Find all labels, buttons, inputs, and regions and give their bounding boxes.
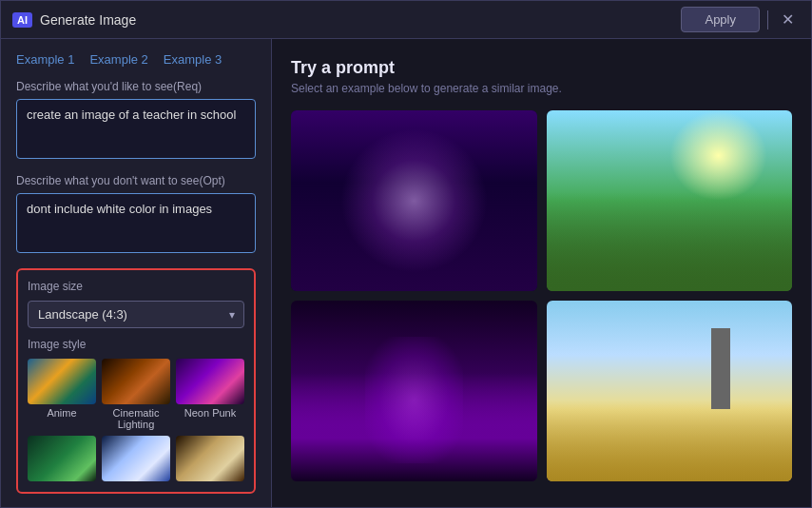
example-image-2[interactable] [547,110,793,291]
main-content: Example 1 Example 2 Example 3 Describe w… [1,39,811,507]
style-name-anime: Anime [47,407,76,419]
style-name-neonpunk: Neon Punk [184,407,236,419]
style-item-neonpunk[interactable]: Neon Punk [176,359,244,430]
image-size-select-wrapper: Landscape (4:3) Portrait (3:4) Square (1… [28,301,244,328]
example-image-1[interactable] [291,110,537,291]
prompt-title: Try a prompt [291,58,792,78]
style-grid: Anime CinematicLighting Neon Punk [28,359,244,484]
example-tab-3[interactable]: Example 3 [164,52,222,67]
close-button[interactable]: ✕ [776,9,800,30]
settings-section: Image size Landscape (4:3) Portrait (3:4… [16,268,256,494]
title-bar: AI Generate Image Apply ✕ [1,1,811,39]
title-bar-right: Apply ✕ [681,7,800,32]
style-thumb-neonpunk [176,359,244,404]
title-divider [767,10,768,29]
example-image-4[interactable] [547,301,793,481]
prompt-subtitle: Select an example below to generate a si… [291,82,792,95]
style-thumb-cinematic [102,359,170,404]
example-tabs: Example 1 Example 2 Example 3 [16,52,256,67]
image-size-label: Image size [28,280,244,293]
example-tab-1[interactable]: Example 1 [16,52,74,67]
positive-prompt-input[interactable] [16,99,256,159]
main-window: AI Generate Image Apply ✕ Example 1 Exam… [0,0,812,508]
style-item-r1[interactable] [28,436,96,484]
style-thumb-anime [28,359,96,404]
title-bar-left: AI Generate Image [12,12,136,28]
negative-prompt-input[interactable] [16,193,256,253]
style-item-r2[interactable] [102,436,170,484]
negative-prompt-label: Describe what you don't want to see(Opt) [16,174,256,187]
style-thumb-r1 [28,436,96,481]
style-thumb-r3 [176,436,244,481]
apply-button[interactable]: Apply [681,7,760,32]
style-item-cinematic[interactable]: CinematicLighting [102,359,170,430]
ai-badge: AI [12,12,32,28]
left-panel: Example 1 Example 2 Example 3 Describe w… [1,39,272,507]
style-thumb-r2 [102,436,170,481]
image-size-select[interactable]: Landscape (4:3) Portrait (3:4) Square (1… [28,301,244,328]
style-item-r3[interactable] [176,436,244,484]
style-name-cinematic: CinematicLighting [113,407,160,430]
image-style-label: Image style [28,338,244,351]
example-image-grid [291,110,792,481]
example-tab-2[interactable]: Example 2 [89,52,147,67]
window-title: Generate Image [40,12,136,28]
positive-prompt-label: Describe what you'd like to see(Req) [16,80,256,93]
right-panel: Try a prompt Select an example below to … [272,39,811,507]
style-item-anime[interactable]: Anime [28,359,96,430]
example-image-3[interactable] [291,301,537,481]
